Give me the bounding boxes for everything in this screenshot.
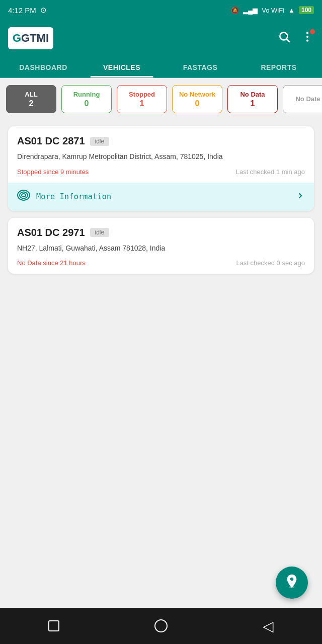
vehicle-2-status-row: No Data since 21 hours Last checked 0 se… [17,259,305,267]
vehicle-2-id: AS01 DC 2971 [17,227,85,238]
more-info-button-1[interactable]: More Information [8,183,314,211]
time-display: 4:12 PM [8,6,36,15]
nav-back-button[interactable]: ◁ [257,615,279,637]
chip-stopped-label: Stopped [129,91,155,98]
filter-bar: ALL 2 Running 0 Stopped 1 No Network 0 N… [0,78,322,120]
svg-point-3 [306,35,308,37]
more-options-button[interactable] [301,30,314,47]
bell-muted-icon: 🔕 [231,7,239,14]
vehicle-1-header: AS01 DC 2871 idle [17,135,305,147]
chip-no-data-label: No Data [240,91,265,98]
vehicle-1-last-checked: Last checked 1 min ago [236,168,305,176]
vehicle-card-1-body: AS01 DC 2871 idle Direndrapara, Kamrup M… [8,126,314,183]
wifi-icon: ▲ [288,7,295,14]
signal-bars-icon: ▂▄▆ [243,7,258,14]
tab-dashboard[interactable]: DASHBOARD [4,56,83,77]
map-view-fab[interactable] [276,567,308,599]
status-bar: 4:12 PM ⊙ 🔕 ▂▄▆ Vo WiFi ▲ 100 [0,0,322,20]
battery-indicator: 100 [299,6,314,14]
filter-chip-no-network[interactable]: No Network 0 [172,85,222,113]
more-info-label-1: More Information [36,192,111,201]
search-button[interactable] [278,30,291,47]
vehicle-1-id: AS01 DC 2871 [17,135,85,147]
filter-chip-no-date[interactable]: No Date [283,85,322,113]
tab-vehicles[interactable]: VEHICLES [83,56,161,77]
vehicle-2-header: AS01 DC 2971 idle [17,227,305,238]
chip-no-date-label: No Date [295,95,320,103]
status-bar-left: 4:12 PM ⊙ [8,6,47,15]
square-icon [48,620,59,631]
nav-recent-apps-button[interactable] [43,615,65,637]
vehicle-1-status-row: Stopped since 9 minutes Last checked 1 m… [17,168,305,176]
chip-no-data-count: 1 [251,99,255,108]
status-bar-right: 🔕 ▂▄▆ Vo WiFi ▲ 100 [231,6,314,14]
vehicle-card-2: AS01 DC 2971 idle NH27, Lalmati, Guwahat… [8,218,314,274]
logo-container: GGTMI [8,27,53,49]
svg-point-2 [306,32,308,34]
vehicle-1-address: Direndrapara, Kamrup Metropolitan Distri… [17,152,305,162]
vehicle-card-2-body: AS01 DC 2971 idle NH27, Lalmati, Guwahat… [8,218,314,274]
chip-no-network-count: 0 [195,99,200,108]
vehicle-2-address: NH27, Lalmati, Guwahati, Assam 781028, I… [17,244,305,254]
svg-point-7 [22,194,26,197]
vehicle-1-status: Stopped since 9 minutes [17,168,89,176]
chip-running-label: Running [73,91,100,98]
vehicle-2-status: No Data since 21 hours [17,259,86,267]
svg-point-8 [289,586,295,588]
nav-tabs: DASHBOARD VEHICLES FASTAGS REPORTS [0,56,322,78]
chip-all-label: ALL [25,91,37,98]
filter-chip-stopped[interactable]: Stopped 1 [117,85,167,113]
chip-no-network-label: No Network [179,91,215,98]
filter-chip-running[interactable]: Running 0 [61,85,112,113]
map-pin-icon [284,573,300,593]
tab-reports[interactable]: REPORTS [239,56,318,77]
header-actions [278,30,314,47]
chevron-right-icon-1 [296,190,305,203]
circle-icon [154,619,168,632]
filter-chip-all[interactable]: ALL 2 [6,85,56,113]
vo-wifi-icon: Vo WiFi [262,7,284,14]
nav-home-button[interactable] [150,615,172,637]
app-header: GGTMI [0,20,322,56]
vehicles-list: AS01 DC 2871 idle Direndrapara, Kamrup M… [0,120,322,280]
chip-all-count: 2 [29,99,34,108]
back-arrow-icon: ◁ [263,618,274,634]
filter-chip-no-data[interactable]: No Data 1 [227,85,278,113]
vehicle-1-badge: idle [90,137,110,146]
notification-dot [310,29,315,34]
tab-fastags[interactable]: FASTAGS [161,56,239,77]
signal-icon: ⊙ [40,6,47,15]
more-info-left-1: More Information [17,190,111,204]
vehicle-2-badge: idle [90,228,110,237]
bottom-nav: ◁ [0,608,322,644]
chip-running-count: 0 [85,99,89,108]
svg-point-4 [306,39,308,41]
logo-text: GGTMI [13,32,49,45]
svg-line-1 [287,39,289,42]
chip-stopped-count: 1 [140,99,144,108]
svg-point-0 [280,32,287,40]
vehicle-2-last-checked: Last checked 0 sec ago [236,259,305,267]
wifi-signal-icon [17,190,30,204]
vehicle-card-1: AS01 DC 2871 idle Direndrapara, Kamrup M… [8,126,314,211]
svg-point-6 [20,192,28,198]
